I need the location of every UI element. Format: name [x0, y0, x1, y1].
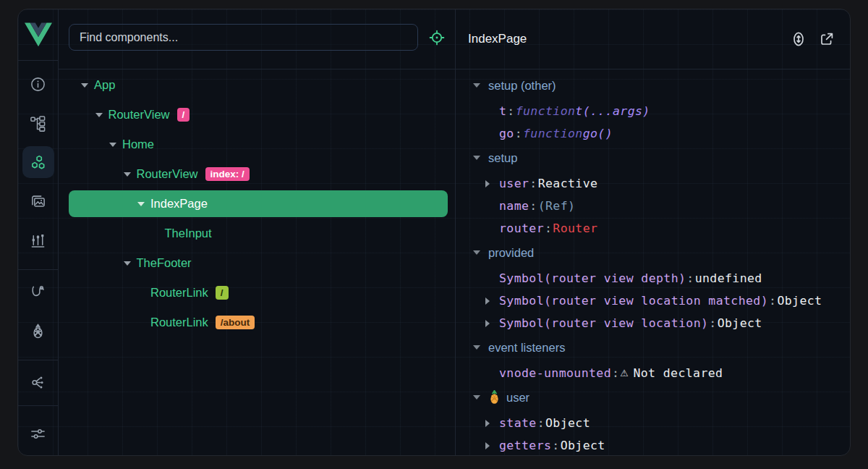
component-label: RouterLink — [150, 286, 208, 300]
inspect-element-icon[interactable] — [427, 28, 446, 47]
prop-value: (Ref) — [538, 199, 576, 213]
section-header-user[interactable]: user — [456, 384, 850, 410]
prop-row-getters[interactable]: getters : Object — [456, 434, 850, 455]
collapse-icon[interactable] — [137, 202, 145, 206]
prop-colon: : — [686, 271, 694, 285]
vue-logo — [18, 9, 58, 61]
tree-row-theinput[interactable]: TheInput — [59, 219, 455, 248]
collapse-icon[interactable] — [81, 83, 88, 88]
tree-row-routerlink[interactable]: RouterLink/ — [59, 278, 455, 308]
section-label: event listeners — [488, 341, 565, 355]
prop-key: name — [499, 199, 529, 213]
prop-row-user[interactable]: user : Reactive — [456, 172, 850, 195]
open-in-editor-icon[interactable] — [818, 30, 835, 48]
prop-row-router[interactable]: router : Router — [456, 217, 850, 240]
prop-colon: : — [515, 127, 522, 140]
section-header-event-listeners[interactable]: event listeners — [456, 334, 850, 360]
router-hook-icon[interactable] — [22, 276, 54, 308]
assets-icon[interactable] — [22, 185, 54, 217]
prop-value: Reactive — [538, 177, 598, 190]
prop-colon: : — [545, 221, 552, 235]
prop-row-symbol-router-view-location-[interactable]: Symbol(router view location) : Object — [456, 312, 850, 334]
tree-row-routerlink[interactable]: RouterLink/about — [59, 308, 455, 337]
sidebar-divider — [18, 269, 58, 270]
expand-icon[interactable] — [485, 420, 490, 427]
prop-row-t[interactable]: t : function t(...args) — [456, 100, 850, 122]
prop-value: Object — [561, 439, 605, 452]
collapse-icon[interactable] — [124, 172, 131, 177]
section-label: provided — [488, 246, 534, 260]
section-header-setup-other-[interactable]: setup (other) — [456, 72, 850, 98]
prop-colon: : — [769, 294, 776, 308]
route-badge: index: / — [205, 167, 250, 181]
pinia-icon[interactable] — [22, 315, 54, 347]
collapse-icon[interactable] — [95, 113, 103, 117]
prop-colon: : — [537, 416, 545, 430]
collapse-icon[interactable] — [109, 143, 116, 147]
prop-row-state[interactable]: state : Object — [456, 412, 850, 434]
collapse-icon — [473, 250, 480, 255]
scroll-to-component-icon[interactable] — [790, 30, 807, 48]
expand-icon[interactable] — [485, 180, 490, 187]
section-header-setup[interactable]: setup — [456, 145, 850, 171]
collapse-icon — [473, 395, 480, 400]
tree-body: AppRouterView/HomeRouterViewindex: /Inde… — [59, 69, 455, 455]
section-header-provided[interactable]: provided — [456, 240, 850, 266]
prop-value: Object — [777, 294, 822, 308]
prop-row-name[interactable]: name : (Ref) — [456, 195, 850, 217]
sidebar — [18, 9, 59, 455]
tree-row-routerview[interactable]: RouterViewindex: / — [59, 159, 455, 189]
section-label: setup — [488, 151, 517, 165]
prop-value: go() — [583, 127, 613, 140]
route-badge: /about — [216, 316, 255, 329]
tree-row-app[interactable]: App — [59, 70, 455, 100]
prop-key: Symbol(router view location) — [499, 316, 708, 330]
prop-row-symbol-router-view-location-matched-[interactable]: Symbol(router view location matched) : O… — [456, 290, 850, 312]
search-input[interactable] — [69, 24, 418, 51]
route-badge: / — [216, 286, 229, 300]
tree-row-thefooter[interactable]: TheFooter — [59, 248, 455, 278]
component-tree-icon[interactable] — [22, 107, 54, 139]
vue-logo-icon — [25, 22, 52, 47]
component-label: RouterView — [109, 108, 170, 122]
prop-colon: : — [507, 104, 514, 118]
component-label: Home — [122, 138, 154, 151]
prop-colon: : — [529, 199, 537, 213]
prop-colon: : — [529, 177, 537, 190]
prop-key: router — [499, 221, 544, 235]
settings-icon[interactable] — [22, 418, 54, 449]
info-icon[interactable] — [22, 68, 54, 100]
component-label: TheFooter — [137, 256, 192, 270]
prop-key: getters — [499, 439, 551, 452]
collapse-icon — [473, 156, 480, 160]
tree-header — [59, 9, 455, 69]
tree-row-routerview[interactable]: RouterView/ — [59, 100, 455, 130]
timeline-icon[interactable] — [22, 224, 54, 256]
section-label: setup (other) — [488, 79, 556, 93]
vue-devtools-window: AppRouterView/HomeRouterViewindex: /Inde… — [17, 9, 851, 456]
inspector-title: IndexPage — [468, 32, 527, 46]
prop-row-go[interactable]: go : function go() — [456, 122, 850, 145]
prop-key: Symbol(router view location matched) — [499, 294, 768, 308]
expand-icon[interactable] — [485, 442, 490, 449]
pinia-store-icon — [488, 390, 501, 405]
warning-icon: ⚠ — [620, 368, 629, 379]
expand-icon[interactable] — [485, 320, 490, 327]
collapse-icon[interactable] — [124, 261, 131, 266]
inspector-body: setup (other)t : function t(...args)go :… — [456, 69, 850, 455]
prop-key: go — [499, 127, 514, 140]
graph-icon[interactable] — [22, 366, 54, 398]
collapse-icon — [473, 83, 480, 88]
sidebar-divider — [18, 360, 58, 360]
tree-row-home[interactable]: Home — [59, 130, 455, 159]
prop-value: Object — [718, 316, 762, 330]
prop-row-vnode-unmounted[interactable]: vnode-unmounted : ⚠Not declared — [456, 362, 850, 384]
selected-row-highlight — [69, 190, 448, 217]
expand-icon[interactable] — [485, 297, 490, 305]
prop-row-symbol-router-view-depth-[interactable]: Symbol(router view depth) : undefined — [456, 267, 850, 290]
components-icon[interactable] — [22, 146, 54, 178]
sidebar-divider — [18, 405, 58, 406]
inspector-header: IndexPage — [456, 9, 850, 69]
prop-value: undefined — [695, 271, 762, 285]
tree-row-indexpage[interactable]: IndexPage — [59, 189, 455, 219]
